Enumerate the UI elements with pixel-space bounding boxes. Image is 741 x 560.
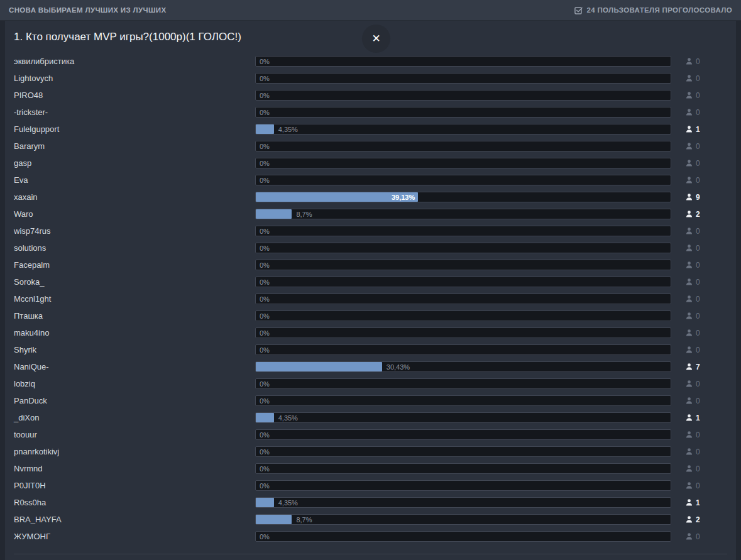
person-icon: [686, 465, 693, 472]
vote-count[interactable]: 0: [686, 329, 700, 337]
percent-label: 0%: [260, 109, 270, 116]
person-icon: [686, 228, 693, 234]
option-name: ЖУМОНГ: [5, 532, 255, 541]
poll-option-row: эквилибристика 0% 0: [5, 53, 736, 70]
vote-count[interactable]: 2: [686, 516, 700, 524]
vote-count-value: 0: [696, 75, 700, 82]
vote-count-value: 0: [696, 160, 700, 167]
poll-option-row: Facepalm 0% 0: [5, 256, 736, 273]
vote-count[interactable]: 0: [686, 160, 700, 167]
vote-count[interactable]: 0: [686, 75, 700, 82]
percent-label: 0%: [260, 92, 270, 99]
option-name: Shyrik: [5, 345, 255, 354]
poll-option-row: Shyrik 0% 0: [5, 341, 736, 358]
vote-count[interactable]: 0: [686, 397, 700, 405]
vote-count-value: 1: [696, 126, 700, 133]
option-name: Soroka_: [5, 277, 255, 287]
result-bar-track: 4,35%: [255, 497, 671, 508]
vote-count[interactable]: 0: [686, 228, 700, 235]
result-bar-fill: 39,13%: [256, 192, 418, 202]
percent-label: 0%: [260, 397, 270, 405]
vote-count[interactable]: 0: [686, 278, 700, 286]
poll-option-row: P0JIT0H 0% 0: [5, 477, 736, 494]
poll-option-row: Soroka_ 0% 0: [5, 273, 736, 290]
vote-count[interactable]: 0: [686, 431, 700, 439]
result-bar-track: 0%: [255, 480, 671, 491]
result-bar-track: 30,43%: [255, 361, 671, 372]
person-icon: [686, 160, 693, 167]
result-bar-track: 0%: [255, 327, 671, 338]
vote-count[interactable]: 7: [686, 363, 700, 371]
vote-count-value: 0: [696, 533, 700, 541]
option-name: PanDuck: [5, 396, 255, 405]
result-bar-fill: [256, 413, 274, 422]
vote-count-value: 0: [696, 346, 700, 354]
option-name: xaxain: [5, 192, 255, 202]
option-name: _diXon: [5, 413, 255, 422]
poll-option-row: Mccnl1ght 0% 0: [5, 290, 736, 307]
poll-panel: 1. Кто получает MVP игры?(1000р)(1 ГОЛОС…: [5, 21, 736, 560]
person-icon: [686, 431, 693, 438]
check-square-icon: [574, 6, 583, 14]
vote-count[interactable]: 9: [686, 194, 700, 201]
vote-count[interactable]: 1: [686, 499, 700, 507]
person-icon: [686, 109, 693, 116]
vote-count[interactable]: 0: [686, 261, 700, 269]
vote-count[interactable]: 0: [686, 312, 700, 320]
vote-count[interactable]: 0: [686, 482, 700, 490]
percent-label: 0%: [260, 143, 270, 150]
vote-count[interactable]: 0: [686, 58, 700, 65]
vote-count[interactable]: 1: [686, 414, 700, 422]
vote-count-value: 0: [696, 143, 700, 150]
vote-count[interactable]: 0: [686, 109, 700, 116]
result-bar-track: 0%: [255, 90, 671, 101]
percent-label: 39,13%: [392, 194, 418, 201]
vote-count-value: 0: [696, 177, 700, 184]
person-icon: [686, 482, 693, 489]
poll-options-list: эквилибристика 0% 0 Lightovych 0% 0: [5, 53, 736, 545]
poll-option-row: R0ss0ha 4,35% 1: [5, 494, 736, 511]
vote-count[interactable]: 0: [686, 448, 700, 456]
percent-label: 0%: [260, 329, 270, 337]
result-bar-track: 0%: [255, 429, 671, 440]
vote-count[interactable]: 0: [686, 177, 700, 184]
result-bar-fill: [256, 498, 274, 507]
vote-count[interactable]: 0: [686, 143, 700, 150]
option-name: эквилибристика: [5, 57, 255, 66]
percent-label: 30,43%: [387, 363, 410, 371]
percent-label: 0%: [260, 431, 270, 439]
person-icon: [686, 194, 693, 200]
vote-count-value: 0: [696, 295, 700, 303]
option-name: Eva: [5, 175, 255, 185]
poll-option-row: toouur 0% 0: [5, 426, 736, 443]
person-icon: [686, 380, 693, 387]
vote-count[interactable]: 0: [686, 346, 700, 354]
vote-count-value: 0: [696, 92, 700, 99]
close-button[interactable]: ✕: [362, 25, 390, 53]
vote-count[interactable]: 2: [686, 211, 700, 218]
vote-count[interactable]: 0: [686, 465, 700, 473]
option-name: P0JIT0H: [5, 481, 255, 490]
option-name: Пташка: [5, 311, 255, 321]
vote-count-value: 0: [696, 58, 700, 65]
vote-count[interactable]: 0: [686, 533, 700, 541]
vote-count[interactable]: 1: [686, 126, 700, 133]
result-bar-track: 0%: [255, 141, 671, 151]
vote-count[interactable]: 0: [686, 244, 700, 252]
person-icon: [686, 329, 693, 336]
percent-label: 0%: [260, 312, 270, 320]
percent-label: 4,35%: [278, 414, 298, 422]
percent-label: 0%: [260, 228, 270, 235]
person-icon: [686, 58, 693, 65]
voted-summary[interactable]: 24 ПОЛЬЗОВАТЕЛЯ ПРОГОЛОСОВАЛО: [574, 6, 732, 14]
vote-count[interactable]: 0: [686, 295, 700, 303]
vote-count[interactable]: 0: [686, 92, 700, 99]
person-icon: [686, 533, 693, 540]
poll-option-row: gasp 0% 0: [5, 155, 736, 172]
poll-option-row: BRA_HAYFA 8,7% 2: [5, 511, 736, 528]
poll-option-row: Eva 0% 0: [5, 172, 736, 189]
vote-count[interactable]: 0: [686, 380, 700, 388]
result-bar-track: 0%: [255, 243, 671, 253]
percent-label: 0%: [260, 448, 270, 456]
result-bar-track: 8,7%: [255, 514, 671, 525]
